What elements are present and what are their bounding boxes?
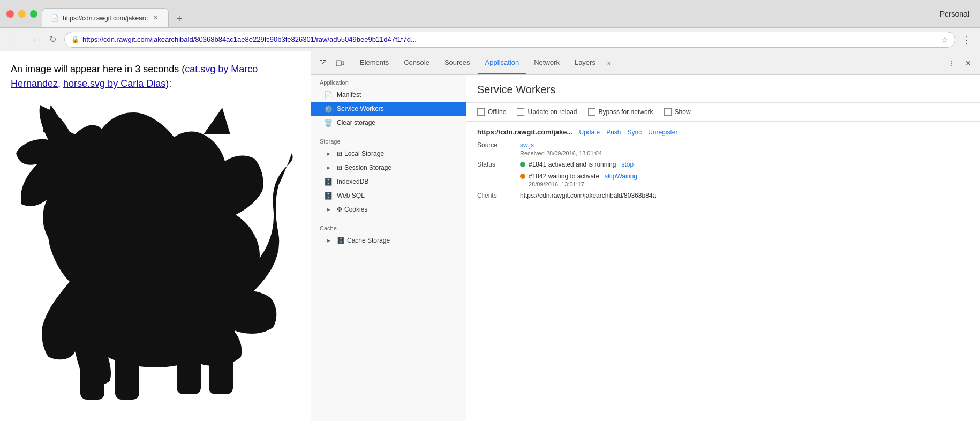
page-text-before: An image will appear here in 3 seconds ( xyxy=(11,64,185,74)
devtools-more-button[interactable]: ⋮ xyxy=(944,56,959,71)
sidebar-section-cache: Cache xyxy=(311,221,466,234)
tab-layers[interactable]: Layers xyxy=(567,51,603,74)
new-tab-button[interactable]: + xyxy=(171,10,188,27)
sidebar-item-web-sql-label: Web SQL xyxy=(337,192,365,199)
tab-network[interactable]: Network xyxy=(526,51,567,74)
expand-local-storage-icon: ▶ xyxy=(324,149,333,158)
sw-status1-row: #1841 activated and is running stop xyxy=(520,161,637,168)
sw-stop-button[interactable]: stop xyxy=(621,161,634,168)
sidebar-item-clear-label: Clear storage xyxy=(337,119,375,126)
sw-status-row: Status #1841 activated and is running st… xyxy=(477,161,969,187)
sw-options-row: Offline Update on reload Bypass for netw… xyxy=(466,103,980,122)
sw-source-row: Source sw.js Received 28/09/2016, 13:01:… xyxy=(477,141,969,156)
sidebar-section-application: Application xyxy=(311,75,466,88)
sw-skip-waiting-button[interactable]: skipWaiting xyxy=(605,172,637,180)
horse-svg-link[interactable]: horse.svg by Carla Dias xyxy=(63,78,165,89)
svg-point-9 xyxy=(56,224,88,248)
sidebar-item-clear-storage[interactable]: 🗑️ Clear storage xyxy=(311,116,466,130)
sw-push-button[interactable]: Push xyxy=(606,129,621,136)
sidebar-item-manifest[interactable]: 📄 Manifest xyxy=(311,88,466,102)
svg-point-1 xyxy=(43,172,145,263)
svg-rect-4 xyxy=(78,250,115,276)
page-content: An image will appear here in 3 seconds (… xyxy=(0,51,311,421)
svg-rect-10 xyxy=(336,61,341,66)
page-text: An image will appear here in 3 seconds (… xyxy=(11,62,300,91)
bypass-for-network-label: Bypass for network xyxy=(599,108,653,116)
show-option[interactable]: Show xyxy=(664,108,691,116)
sidebar-item-service-workers[interactable]: ⚙️ Service Workers xyxy=(311,102,466,116)
bypass-for-network-checkbox[interactable] xyxy=(588,108,595,116)
sw-status2-row: #1842 waiting to activate skipWaiting xyxy=(520,172,637,180)
devtools-toolbar: Elements Console Sources Application Net… xyxy=(311,51,980,75)
sidebar-item-session-storage[interactable]: ▶ ⊞ Session Storage xyxy=(311,161,466,175)
forward-button[interactable]: → xyxy=(26,32,41,47)
sw-source-file-link[interactable]: sw.js xyxy=(520,141,534,149)
page-text-after: ): xyxy=(165,78,171,89)
url-text-value: https://cdn.rawgit.com/jakearchibald/803… xyxy=(82,35,417,43)
browser-tab[interactable]: 📄 https://cdn.rawgit.com/jakearc ✕ xyxy=(42,8,169,27)
svg-rect-6 xyxy=(115,346,139,400)
more-tabs-button[interactable]: » xyxy=(603,51,615,74)
profile-button[interactable]: Personal xyxy=(936,7,974,20)
sidebar-item-local-storage[interactable]: ▶ ⊞ Local Storage xyxy=(311,147,466,161)
indexeddb-icon: 🗄️ xyxy=(324,177,333,186)
minimize-window-button[interactable] xyxy=(18,10,26,18)
sw-status-label: Status xyxy=(477,161,520,168)
cache-storage-db-icon: 🗄️ xyxy=(337,237,345,244)
tab-elements[interactable]: Elements xyxy=(352,51,396,74)
reload-button[interactable]: ↻ xyxy=(45,32,60,47)
devtools-sidebar: Application 📄 Manifest ⚙️ Service Worker… xyxy=(311,75,466,421)
offline-option[interactable]: Offline xyxy=(477,108,506,116)
sidebar-section-storage: Storage xyxy=(311,134,466,147)
update-on-reload-checkbox[interactable] xyxy=(517,108,524,116)
sw-received-text: Received 28/09/2016, 13:01:04 xyxy=(520,150,602,156)
cat-image xyxy=(11,100,295,410)
tab-sources[interactable]: Sources xyxy=(437,51,478,74)
sidebar-item-indexeddb[interactable]: 🗄️ IndexedDB xyxy=(311,175,466,189)
bookmark-icon[interactable]: ☆ xyxy=(941,35,948,44)
session-storage-grid-icon: ⊞ xyxy=(337,164,342,171)
device-toolbar-icon[interactable] xyxy=(333,56,348,71)
sw-unregister-button[interactable]: Unregister xyxy=(648,129,677,136)
sw-url-line: https://cdn.rawgit.com/jake... Update Pu… xyxy=(477,128,969,136)
bypass-for-network-option[interactable]: Bypass for network xyxy=(588,108,653,116)
tab-console[interactable]: Console xyxy=(396,51,437,74)
sidebar-item-session-storage-label: Session Storage xyxy=(344,164,391,171)
web-sql-icon: 🗄️ xyxy=(324,191,333,200)
close-window-button[interactable] xyxy=(6,10,14,18)
maximize-window-button[interactable] xyxy=(30,10,37,18)
devtools-main-panel: Service Workers Offline Update on reload xyxy=(466,75,980,421)
devtools-icon-bar xyxy=(311,51,352,74)
tab-application[interactable]: Application xyxy=(478,51,527,74)
title-bar: 📄 https://cdn.rawgit.com/jakearc ✕ + Per… xyxy=(0,0,980,28)
sidebar-item-cookies[interactable]: ▶ ✤ Cookies xyxy=(311,202,466,216)
devtools-body: Application 📄 Manifest ⚙️ Service Worker… xyxy=(311,75,980,421)
address-input[interactable]: 🔒 https://cdn.rawgit.com/jakearchibald/8… xyxy=(64,32,955,48)
panel-title: Service Workers xyxy=(466,75,980,103)
devtools-close-button[interactable]: ✕ xyxy=(961,56,976,71)
sw-url-text: https://cdn.rawgit.com/jake... xyxy=(477,128,572,136)
devtools-actions: ⋮ ✕ xyxy=(939,51,980,74)
manifest-icon: 📄 xyxy=(324,91,333,99)
sidebar-item-web-sql[interactable]: 🗄️ Web SQL xyxy=(311,189,466,202)
sw-status1-dot xyxy=(520,162,525,167)
local-storage-grid-icon: ⊞ xyxy=(337,150,342,157)
show-checkbox[interactable] xyxy=(664,108,672,116)
back-button[interactable]: ← xyxy=(6,32,21,47)
expand-session-storage-icon: ▶ xyxy=(324,163,333,172)
tab-favicon-icon: 📄 xyxy=(51,14,58,22)
url-display: https://cdn.rawgit.com/jakearchibald/803… xyxy=(82,35,938,43)
sw-source-value: sw.js Received 28/09/2016, 13:01:04 xyxy=(520,141,602,156)
sw-update-button[interactable]: Update xyxy=(579,129,600,136)
devtools-tabs: Elements Console Sources Application Net… xyxy=(352,51,939,74)
sw-sync-button[interactable]: Sync xyxy=(627,129,642,136)
update-on-reload-option[interactable]: Update on reload xyxy=(517,108,577,116)
expand-cache-storage-icon: ▶ xyxy=(324,236,333,245)
clear-storage-icon: 🗑️ xyxy=(324,118,333,127)
sidebar-item-cache-storage[interactable]: ▶ 🗄️ Cache Storage xyxy=(311,234,466,247)
update-on-reload-label: Update on reload xyxy=(527,108,577,116)
offline-checkbox[interactable] xyxy=(477,108,485,116)
inspect-element-icon[interactable] xyxy=(315,56,330,71)
browser-menu-button[interactable]: ⋮ xyxy=(960,34,974,46)
tab-close-button[interactable]: ✕ xyxy=(152,14,160,22)
